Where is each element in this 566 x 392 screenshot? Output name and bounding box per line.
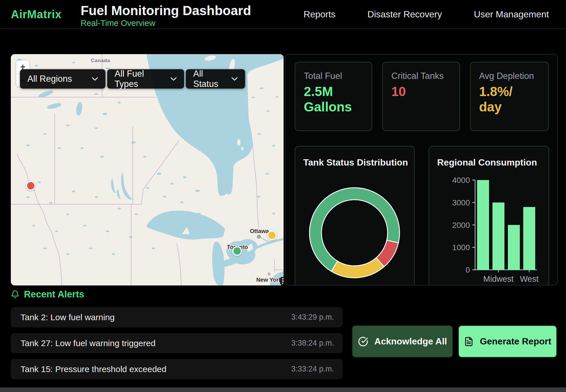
x-tick-label: Midwest <box>483 274 514 283</box>
recent-alerts-title: Recent Alerts <box>24 289 84 300</box>
map-filters: All Regions All Fuel Types All Status <box>20 69 245 89</box>
alert-time: 3:43:29 p.m. <box>291 313 334 322</box>
stat-card-avg-depletion: Avg Depletion 1.8%/ day <box>470 62 549 131</box>
alert-row: Tank 27: Low fuel warning triggered 3:38… <box>11 333 343 353</box>
alert-message: Tank 15: Pressure threshold exceeded <box>21 364 166 374</box>
regional-consumption-chart-card: Regional Consumption 01000200030004000Mi… <box>429 146 549 285</box>
map-panel[interactable]: Canada Ottawa Toronto New York + − All R… <box>11 54 284 285</box>
bar <box>523 207 535 270</box>
chevron-down-icon <box>92 77 98 81</box>
acknowledge-all-label: Acknowledge All <box>374 336 447 347</box>
stat-value: 1.8%/ day <box>479 84 528 115</box>
status-filter-value: All Status <box>193 69 226 89</box>
nav-item-reports[interactable]: Reports <box>304 9 335 20</box>
tank-marker-normal[interactable] <box>232 246 242 256</box>
region-filter-dropdown[interactable]: All Regions <box>20 69 105 89</box>
stat-value: 10 <box>391 84 440 99</box>
map-resize-grip-icon[interactable] <box>280 277 284 285</box>
app-header: AirMatrix Fuel Monitoring Dashboard Real… <box>0 0 566 29</box>
recent-alerts-header: Recent Alerts <box>11 289 84 300</box>
alert-row: Tank 2: Low fuel warning 3:43:29 p.m. <box>11 307 343 327</box>
acknowledge-all-button[interactable]: Acknowledge All <box>352 325 453 358</box>
y-tick-label: 0 <box>465 266 470 274</box>
app-logo: AirMatrix <box>11 0 62 28</box>
status-filter-dropdown[interactable]: All Status <box>186 69 245 89</box>
title-block: Fuel Monitoring Dashboard Real-Time Over… <box>81 4 251 28</box>
donut-chart <box>295 146 415 285</box>
stat-label: Critical Tanks <box>391 71 451 81</box>
y-tick-label: 2000 <box>452 221 470 230</box>
main-nav: Reports Disaster Recovery User Managemen… <box>304 0 549 28</box>
stat-card-critical-tanks: Critical Tanks 10 <box>382 62 460 131</box>
file-text-icon <box>464 337 474 346</box>
page-subtitle: Real-Time Overview <box>81 19 251 28</box>
alert-message: Tank 2: Low fuel warning <box>21 313 115 322</box>
y-tick-label: 4000 <box>452 176 470 185</box>
stat-value: 2.5M Gallons <box>304 84 352 115</box>
page-title: Fuel Monitoring Dashboard <box>81 4 251 17</box>
alert-message: Tank 27: Low fuel warning triggered <box>21 338 156 348</box>
alert-row: Tank 15: Pressure threshold exceeded 3:3… <box>11 359 343 379</box>
generate-report-button[interactable]: Generate Report <box>458 325 557 358</box>
nav-item-user-management[interactable]: User Management <box>474 9 549 20</box>
chevron-down-icon <box>170 77 177 81</box>
alert-time: 3:33:24 p.m. <box>291 365 334 373</box>
yellow-segment <box>331 258 384 278</box>
generate-report-label: Generate Report <box>480 336 551 347</box>
city-label-new-york: New York <box>256 277 282 283</box>
alert-time: 3:38:24 p.m. <box>291 339 334 348</box>
bar <box>508 225 520 270</box>
tank-marker-critical[interactable] <box>26 181 36 191</box>
fuel-type-filter-dropdown[interactable]: All Fuel Types <box>107 69 184 89</box>
y-tick-label: 1000 <box>452 243 470 252</box>
bar <box>477 180 489 270</box>
dashboard-panel: Total Fuel 2.5M Gallons Critical Tanks 1… <box>285 54 558 285</box>
y-tick-label: 3000 <box>452 198 470 207</box>
x-tick-label: West <box>520 274 539 283</box>
bar <box>492 203 504 270</box>
city-label-ottawa: Ottawa <box>250 228 269 234</box>
bottom-bar <box>0 387 566 392</box>
bar-chart: 01000200030004000MidwestWest <box>429 146 549 285</box>
bay-island <box>241 147 243 151</box>
check-circle-icon <box>358 336 368 347</box>
region-filter-value: All Regions <box>27 74 72 84</box>
bell-icon <box>11 290 19 299</box>
bay-island <box>221 195 226 198</box>
country-label: Canada <box>91 58 110 63</box>
stat-label: Total Fuel <box>304 71 363 81</box>
nav-item-disaster-recovery[interactable]: Disaster Recovery <box>367 9 442 20</box>
fuel-type-filter-value: All Fuel Types <box>115 69 165 89</box>
bay-island <box>237 139 241 146</box>
chevron-down-icon <box>231 77 238 81</box>
stat-card-total-fuel: Total Fuel 2.5M Gallons <box>295 62 372 131</box>
stat-label: Avg Depletion <box>479 71 540 81</box>
tank-marker-warning[interactable] <box>267 230 277 240</box>
tank-status-chart-card: Tank Status Distribution <box>295 146 415 285</box>
